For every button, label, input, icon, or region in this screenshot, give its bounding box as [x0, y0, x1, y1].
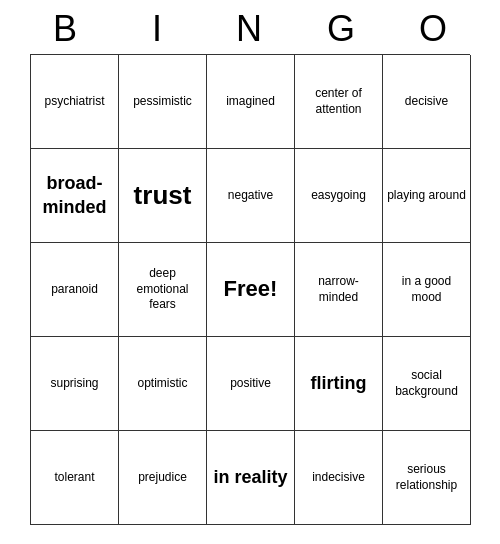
- cell-1-4: playing around: [383, 149, 471, 243]
- bingo-grid: psychiatrist pessimistic imagined center…: [30, 54, 470, 525]
- cell-2-0: paranoid: [31, 243, 119, 337]
- cell-2-1: deep emotional fears: [119, 243, 207, 337]
- cell-2-4: in a good mood: [383, 243, 471, 337]
- cell-4-2: in reality: [207, 431, 295, 525]
- cell-1-0: broad-minded: [31, 149, 119, 243]
- cell-0-3: center of attention: [295, 55, 383, 149]
- cell-2-3: narrow-minded: [295, 243, 383, 337]
- cell-0-0: psychiatrist: [31, 55, 119, 149]
- cell-1-2: negative: [207, 149, 295, 243]
- cell-3-1: optimistic: [119, 337, 207, 431]
- title-g: G: [298, 8, 386, 50]
- cell-4-4: serious relationship: [383, 431, 471, 525]
- cell-1-3: easygoing: [295, 149, 383, 243]
- cell-1-1: trust: [119, 149, 207, 243]
- title-i: I: [114, 8, 202, 50]
- cell-4-1: prejudice: [119, 431, 207, 525]
- title-b: B: [22, 8, 110, 50]
- cell-4-0: tolerant: [31, 431, 119, 525]
- cell-3-3: flirting: [295, 337, 383, 431]
- cell-3-0: suprising: [31, 337, 119, 431]
- cell-3-4: social background: [383, 337, 471, 431]
- cell-2-2-free: Free!: [207, 243, 295, 337]
- title-o: O: [390, 8, 478, 50]
- cell-3-2: positive: [207, 337, 295, 431]
- cell-0-1: pessimistic: [119, 55, 207, 149]
- cell-4-3: indecisive: [295, 431, 383, 525]
- cell-0-4: decisive: [383, 55, 471, 149]
- title-n: N: [206, 8, 294, 50]
- cell-0-2: imagined: [207, 55, 295, 149]
- bingo-title: B I N G O: [20, 0, 480, 54]
